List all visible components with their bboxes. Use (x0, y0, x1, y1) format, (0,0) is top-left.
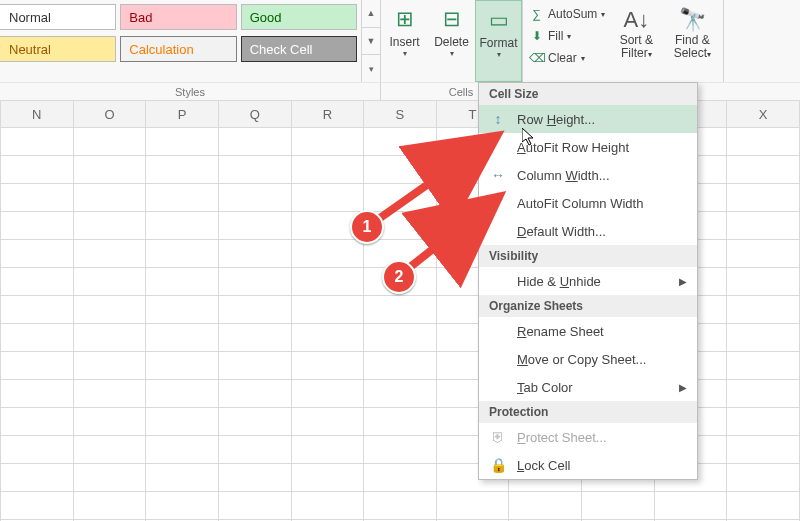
cell[interactable] (146, 184, 219, 212)
cell[interactable] (73, 156, 146, 184)
cell[interactable] (1, 492, 74, 520)
menu-item-move_copy[interactable]: Move or Copy Sheet... (479, 345, 697, 373)
cell[interactable] (73, 464, 146, 492)
menu-item-col_width[interactable]: ↔Column Width... (479, 161, 697, 189)
menu-item-lock_cell[interactable]: 🔒Lock Cell (479, 451, 697, 479)
cell[interactable] (364, 408, 437, 436)
cell[interactable] (1, 408, 74, 436)
cell[interactable] (218, 436, 291, 464)
cell[interactable] (727, 296, 800, 324)
cell[interactable] (1, 296, 74, 324)
cell[interactable] (291, 268, 364, 296)
cell[interactable] (727, 436, 800, 464)
cell[interactable] (727, 352, 800, 380)
cell[interactable] (727, 268, 800, 296)
cell[interactable] (73, 128, 146, 156)
styles-gallery-scroll[interactable]: ▲▼▾ (361, 0, 380, 82)
cell[interactable] (291, 380, 364, 408)
cell[interactable] (1, 324, 74, 352)
cell[interactable] (218, 212, 291, 240)
column-header[interactable]: P (146, 101, 219, 128)
cell[interactable] (727, 156, 800, 184)
column-header[interactable]: X (727, 101, 800, 128)
cell[interactable] (364, 240, 437, 268)
cell[interactable] (291, 324, 364, 352)
cell[interactable] (727, 408, 800, 436)
cell[interactable] (1, 156, 74, 184)
cell[interactable] (218, 408, 291, 436)
cell-style-calculation[interactable]: Calculation (120, 36, 236, 62)
cell[interactable] (1, 184, 74, 212)
cell[interactable] (73, 436, 146, 464)
cell[interactable] (218, 296, 291, 324)
cell[interactable] (364, 352, 437, 380)
cell[interactable] (727, 492, 800, 520)
cell[interactable] (1, 128, 74, 156)
cell[interactable] (291, 128, 364, 156)
cell[interactable] (146, 128, 219, 156)
cell[interactable] (364, 436, 437, 464)
cell[interactable] (364, 212, 437, 240)
cell[interactable] (146, 156, 219, 184)
format-button[interactable]: ▭ Format ▾ (475, 0, 522, 82)
cell[interactable] (291, 408, 364, 436)
cell[interactable] (436, 492, 509, 520)
cell[interactable] (218, 352, 291, 380)
cell[interactable] (73, 240, 146, 268)
cell[interactable] (364, 464, 437, 492)
autosum-button[interactable]: ∑ AutoSum▾ (529, 4, 605, 24)
cell-style-good[interactable]: Good (241, 4, 357, 30)
menu-item-hide_unhide[interactable]: Hide & Unhide▶ (479, 267, 697, 295)
cell[interactable] (364, 380, 437, 408)
cell[interactable] (581, 492, 654, 520)
cell[interactable] (654, 492, 727, 520)
cell[interactable] (73, 380, 146, 408)
cell[interactable] (1, 436, 74, 464)
cell[interactable] (146, 464, 219, 492)
cell[interactable] (291, 184, 364, 212)
cell-style-neutral[interactable]: Neutral (0, 36, 116, 62)
cell[interactable] (291, 464, 364, 492)
cell[interactable] (509, 492, 582, 520)
cell[interactable] (727, 240, 800, 268)
cell[interactable] (291, 296, 364, 324)
cell[interactable] (364, 156, 437, 184)
fill-button[interactable]: ⬇ Fill▾ (529, 26, 605, 46)
cell[interactable] (727, 212, 800, 240)
cell[interactable] (146, 240, 219, 268)
column-header[interactable]: S (364, 101, 437, 128)
cell[interactable] (727, 184, 800, 212)
column-header[interactable]: R (291, 101, 364, 128)
cell[interactable] (364, 492, 437, 520)
cell[interactable] (1, 240, 74, 268)
cell[interactable] (218, 324, 291, 352)
cell-style-bad[interactable]: Bad (120, 4, 236, 30)
cell[interactable] (73, 212, 146, 240)
cell[interactable] (364, 268, 437, 296)
cell[interactable] (218, 156, 291, 184)
cell[interactable] (218, 128, 291, 156)
cell[interactable] (291, 492, 364, 520)
cell[interactable] (218, 268, 291, 296)
cell[interactable] (146, 212, 219, 240)
menu-item-autofit_col[interactable]: AutoFit Column Width (479, 189, 697, 217)
column-header[interactable]: N (1, 101, 74, 128)
insert-button[interactable]: ⊞ Insert ▾ (381, 0, 428, 82)
menu-item-autofit_row[interactable]: AutoFit Row Height (479, 133, 697, 161)
cell[interactable] (727, 464, 800, 492)
cell[interactable] (146, 296, 219, 324)
cell[interactable] (73, 492, 146, 520)
cell[interactable] (218, 240, 291, 268)
menu-item-tab_color[interactable]: Tab Color▶ (479, 373, 697, 401)
cell[interactable] (218, 380, 291, 408)
column-header[interactable]: Q (218, 101, 291, 128)
cell[interactable] (291, 156, 364, 184)
cell[interactable] (364, 324, 437, 352)
cell[interactable] (364, 296, 437, 324)
cell[interactable] (146, 492, 219, 520)
cell[interactable] (1, 380, 74, 408)
cell[interactable] (73, 352, 146, 380)
cell[interactable] (73, 324, 146, 352)
cell-style-check-cell[interactable]: Check Cell (241, 36, 357, 62)
cell[interactable] (727, 324, 800, 352)
